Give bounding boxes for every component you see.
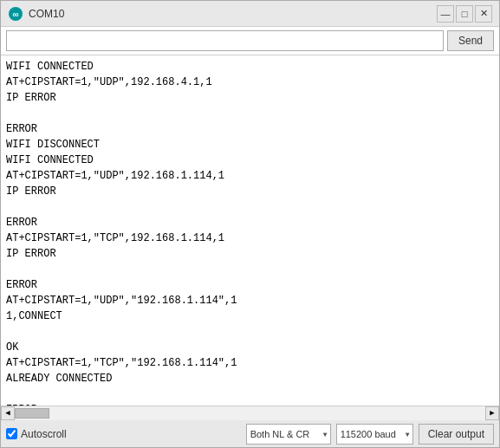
baud-rate-wrapper: 300 baud 1200 baud 2400 baud 4800 baud 9… <box>336 424 413 445</box>
svg-text:∞: ∞ <box>12 10 18 19</box>
output-area: WIFI CONNECTED AT+CIPSTART=1,"UDP",192.1… <box>1 55 499 406</box>
close-button[interactable]: ✕ <box>475 5 492 23</box>
send-button[interactable]: Send <box>447 30 494 51</box>
title-buttons: — □ ✕ <box>437 5 492 23</box>
clear-output-button[interactable]: Clear output <box>419 424 494 445</box>
line-ending-select[interactable]: No line ending Newline Carriage return B… <box>246 424 331 445</box>
window-title: COM10 <box>29 8 64 20</box>
horizontal-scrollbar: ◀ ▶ <box>1 406 499 419</box>
title-bar-left: ∞ COM10 <box>8 6 64 22</box>
scroll-right-button[interactable]: ▶ <box>485 406 499 420</box>
scroll-track <box>15 406 485 420</box>
input-bar: Send <box>1 27 499 55</box>
autoscroll-checkbox[interactable] <box>6 428 17 439</box>
scroll-left-button[interactable]: ◀ <box>1 406 15 420</box>
status-bar: Autoscroll No line ending Newline Carria… <box>1 419 499 447</box>
serial-monitor-window: ∞ COM10 — □ ✕ Send WIFI CONNECTED AT+CIP… <box>0 0 500 448</box>
scroll-thumb[interactable] <box>15 408 49 419</box>
minimize-button[interactable]: — <box>437 5 454 23</box>
line-ending-wrapper: No line ending Newline Carriage return B… <box>246 424 331 445</box>
autoscroll-label[interactable]: Autoscroll <box>6 428 67 440</box>
arduino-logo-icon: ∞ <box>8 6 23 22</box>
output-text: WIFI CONNECTED AT+CIPSTART=1,"UDP",192.1… <box>6 59 494 406</box>
autoscroll-text: Autoscroll <box>21 428 67 440</box>
maximize-button[interactable]: □ <box>456 5 473 23</box>
baud-rate-select[interactable]: 300 baud 1200 baud 2400 baud 4800 baud 9… <box>336 424 413 445</box>
title-bar: ∞ COM10 — □ ✕ <box>1 1 499 27</box>
serial-input[interactable] <box>6 30 444 51</box>
